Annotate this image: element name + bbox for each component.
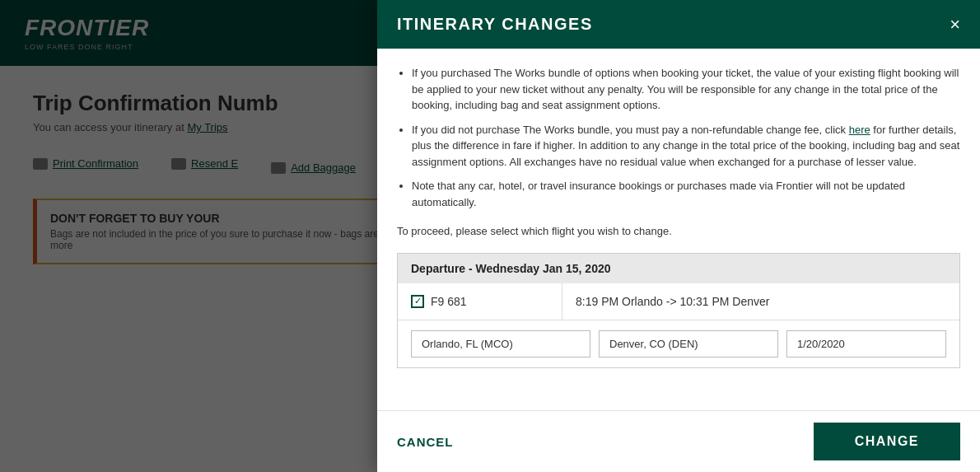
here-link[interactable]: here	[849, 124, 870, 136]
departure-section: Departure - Wednesday Jan 15, 2020 ✓ F9 …	[397, 253, 960, 368]
flight-row: ✓ F9 681 8:19 PM Orlando -> 10:31 PM Den…	[398, 283, 959, 320]
bullet-3: Note that any car, hotel, or travel insu…	[412, 178, 960, 210]
checkmark-icon: ✓	[414, 296, 422, 306]
departure-header: Departure - Wednesday Jan 15, 2020	[398, 254, 959, 283]
modal-header: ITINERARY CHANGES ×	[377, 0, 980, 49]
date-input[interactable]	[786, 330, 946, 358]
flight-cell-left: ✓ F9 681	[398, 283, 562, 320]
cancel-button[interactable]: CANCEL	[397, 435, 454, 449]
modal-title: ITINERARY CHANGES	[397, 15, 593, 34]
bullet-1: If you purchased The Works bundle of opt…	[412, 65, 960, 114]
proceed-text: To proceed, please select which flight y…	[397, 223, 960, 240]
info-bullets: If you purchased The Works bundle of opt…	[397, 65, 960, 210]
close-button[interactable]: ×	[950, 16, 960, 34]
change-fields	[398, 320, 959, 367]
modal-footer: CANCEL CHANGE	[377, 410, 980, 472]
modal-body: If you purchased The Works bundle of opt…	[377, 49, 980, 410]
flight-cell-right: 8:19 PM Orlando -> 10:31 PM Denver	[562, 283, 959, 320]
itinerary-changes-modal: ITINERARY CHANGES × If you purchased The…	[377, 0, 980, 472]
change-button[interactable]: CHANGE	[814, 423, 960, 460]
bullet-2: If you did not purchase The Works bundle…	[412, 122, 960, 171]
destination-input[interactable]	[599, 330, 778, 358]
flight-checkbox[interactable]: ✓	[411, 295, 424, 308]
flight-route: 8:19 PM Orlando -> 10:31 PM Denver	[576, 295, 769, 308]
flight-code: F9 681	[431, 295, 467, 308]
origin-input[interactable]	[411, 330, 590, 358]
